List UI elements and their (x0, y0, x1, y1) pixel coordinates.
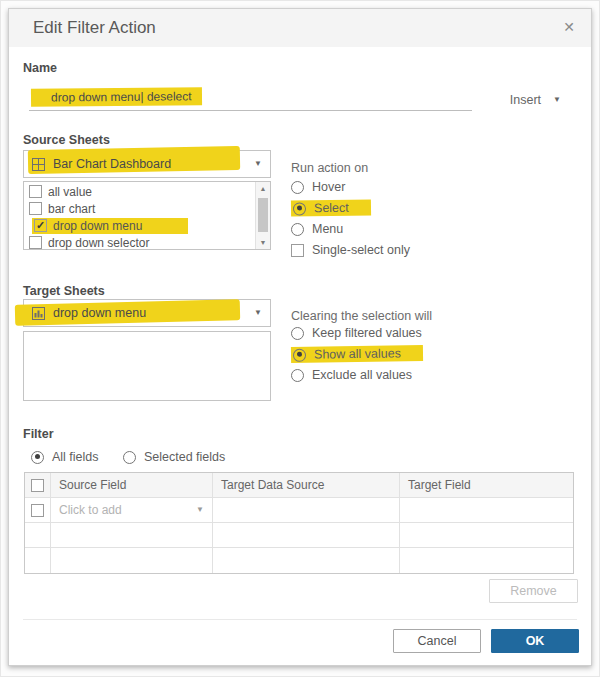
scrollbar-thumb[interactable] (258, 198, 268, 232)
list-item-label: drop down menu (53, 219, 142, 233)
list-item-drop-down-menu[interactable]: ✓ drop down menu (24, 217, 255, 234)
list-item-label: all value (48, 185, 92, 199)
radio-option-hover[interactable]: Hover (291, 179, 345, 195)
filter-fields-table: Source Field Target Data Source Target F… (24, 472, 574, 574)
list-item-bar-chart[interactable]: bar chart (24, 200, 255, 217)
radio-option-show-all-values[interactable]: Show all values (291, 346, 423, 362)
table-cell-empty (400, 548, 573, 573)
dashboard-icon (32, 158, 45, 171)
table-cell-empty (213, 523, 400, 548)
radio-label: Show all values (314, 346, 401, 361)
radio-selected-icon[interactable] (31, 451, 44, 464)
radio-label: All fields (52, 450, 99, 464)
ok-button[interactable]: OK (491, 629, 579, 653)
worksheet-icon (32, 307, 45, 320)
remove-button[interactable]: Remove (489, 579, 578, 603)
radio-selected-icon[interactable] (293, 202, 306, 215)
radio-icon[interactable] (123, 451, 136, 464)
edit-filter-action-dialog: Edit Filter Action ✕ Name drop down menu… (8, 8, 592, 666)
radio-icon[interactable] (291, 327, 304, 340)
table-cell-empty (51, 523, 213, 548)
checkbox-unchecked-icon[interactable] (29, 202, 42, 215)
target-sheets-list-empty (23, 331, 271, 401)
dialog-titlebar: Edit Filter Action ✕ (9, 9, 591, 47)
target-sheets-dropdown[interactable]: drop down menu ▼ (23, 299, 271, 327)
source-sheets-list: all value bar chart ✓ drop down menu (23, 181, 271, 250)
chevron-down-icon: ▼ (196, 506, 204, 514)
chevron-down-icon: ▼ (553, 96, 561, 104)
footer-divider (23, 619, 577, 620)
radio-label: Menu (312, 222, 343, 236)
table-cell-empty (400, 523, 573, 548)
highlight-mark: Select (291, 199, 371, 216)
table-cell-target-field[interactable] (400, 498, 573, 523)
radio-option-selected-fields[interactable]: Selected fields (123, 449, 225, 465)
source-sheets-dropdown[interactable]: Bar Chart Dashboard ▼ (23, 150, 271, 178)
list-item-label: drop down selector (48, 236, 149, 250)
list-item-drop-down-selector[interactable]: drop down selector (24, 234, 255, 251)
cancel-button[interactable]: Cancel (393, 629, 481, 653)
source-sheets-selected-value: Bar Chart Dashboard (53, 157, 171, 171)
checkbox-unchecked-icon[interactable] (29, 185, 42, 198)
table-cell-empty (25, 548, 51, 573)
checkbox-unchecked-icon[interactable] (291, 244, 304, 257)
insert-menu-button[interactable]: Insert ▼ (510, 93, 561, 107)
radio-option-menu[interactable]: Menu (291, 221, 343, 237)
clearing-selection-label: Clearing the selection will (291, 309, 432, 323)
checkbox-unchecked-icon[interactable] (29, 236, 42, 249)
checkbox-unchecked-icon[interactable] (31, 479, 44, 492)
radio-option-select[interactable]: Select (291, 200, 371, 216)
scrollbar[interactable]: ▲ ▼ (255, 182, 270, 249)
name-input[interactable]: drop down menu| deselect (29, 87, 472, 111)
table-header-target-data-source: Target Data Source (213, 473, 400, 498)
insert-label: Insert (510, 93, 541, 107)
table-header-select-all[interactable] (25, 473, 51, 498)
radio-option-exclude-all-values[interactable]: Exclude all values (291, 367, 412, 383)
radio-option-all-fields[interactable]: All fields (31, 449, 99, 465)
radio-icon[interactable] (291, 181, 304, 194)
checkbox-unchecked-icon[interactable] (31, 504, 44, 517)
list-item-label: bar chart (48, 202, 95, 216)
list-item-all-value[interactable]: all value (24, 183, 255, 200)
table-row-checkbox[interactable] (25, 498, 51, 523)
radio-label: Exclude all values (312, 368, 412, 382)
checkbox-option-single-select-only[interactable]: Single-select only (291, 242, 410, 258)
chevron-down-icon: ▼ (254, 309, 262, 317)
checkbox-checked-icon[interactable]: ✓ (34, 219, 47, 232)
chevron-down-icon: ▼ (254, 160, 262, 168)
radio-label: Keep filtered values (312, 326, 422, 340)
source-sheets-label: Source Sheets (23, 133, 110, 147)
scroll-down-icon[interactable]: ▼ (256, 239, 270, 246)
target-sheets-label: Target Sheets (23, 284, 105, 298)
highlight-mark: Show all values (291, 345, 423, 363)
radio-icon[interactable] (291, 223, 304, 236)
click-to-add-placeholder: Click to add (59, 503, 122, 517)
scroll-up-icon[interactable]: ▲ (256, 185, 270, 192)
radio-label: Selected fields (144, 450, 225, 464)
table-header-source-field: Source Field (51, 473, 213, 498)
screenshot-frame: Edit Filter Action ✕ Name drop down menu… (0, 0, 600, 677)
radio-selected-icon[interactable] (293, 348, 306, 361)
table-cell-empty (51, 548, 213, 573)
table-cell-click-to-add[interactable]: Click to add ▼ (51, 498, 213, 523)
checkbox-label: Single-select only (312, 243, 410, 257)
table-cell-empty (213, 548, 400, 573)
radio-label: Hover (312, 180, 345, 194)
highlight-mark: ✓ drop down menu (32, 218, 188, 234)
filter-label: Filter (23, 427, 54, 441)
radio-label: Select (314, 201, 349, 215)
target-sheets-selected-value: drop down menu (53, 306, 146, 320)
table-header-target-field: Target Field (400, 473, 573, 498)
table-cell-target-data-source[interactable] (213, 498, 400, 523)
dialog-title: Edit Filter Action (33, 9, 156, 47)
radio-option-keep-filtered-values[interactable]: Keep filtered values (291, 325, 422, 341)
run-action-on-label: Run action on (291, 161, 368, 175)
radio-icon[interactable] (291, 369, 304, 382)
close-icon[interactable]: ✕ (563, 19, 575, 35)
table-cell-empty (25, 523, 51, 548)
name-value-highlighted: drop down menu| deselect (31, 87, 202, 106)
name-label: Name (23, 61, 57, 75)
